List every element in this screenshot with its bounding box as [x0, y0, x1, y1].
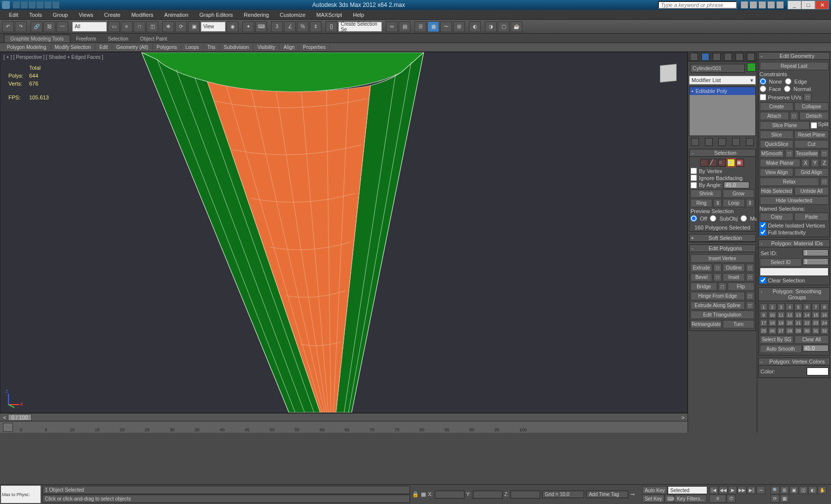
sg-23[interactable]: 23	[812, 319, 820, 326]
extrude-spline-settings-button[interactable]: □	[746, 301, 754, 310]
copy-named-sel-button[interactable]: Copy	[760, 213, 794, 221]
msmooth-settings-button[interactable]: □	[785, 149, 793, 158]
pivot-center-button[interactable]: ◉	[227, 21, 238, 32]
motion-tab-icon[interactable]	[724, 53, 732, 61]
bevel-button[interactable]: Bevel	[691, 273, 712, 281]
rendered-frame-button[interactable]: ▢	[498, 21, 509, 32]
bridge-settings-button[interactable]: □	[718, 282, 727, 291]
perspective-viewport[interactable]: [ + ] [ Perspective ] [ Shaded + Edged F…	[0, 52, 688, 413]
zoom-extents-all-button[interactable]: ◫	[799, 486, 808, 494]
pan-button[interactable]: ✋	[818, 486, 827, 494]
constraint-face-radio[interactable]	[760, 86, 766, 92]
menu-modifiers[interactable]: Modifiers	[126, 11, 158, 19]
sg-29[interactable]: 29	[794, 327, 803, 334]
redo-button[interactable]: ↷	[15, 21, 27, 32]
sg-26[interactable]: 26	[768, 327, 777, 334]
qat-new-icon[interactable]	[13, 1, 20, 8]
maximize-button[interactable]: □	[801, 0, 815, 9]
trackbar-toggle-icon[interactable]	[3, 423, 13, 432]
tab-graphite[interactable]: Graphite Modeling Tools	[4, 35, 70, 43]
z-coord-field[interactable]	[510, 491, 540, 499]
sg-10[interactable]: 10	[768, 311, 777, 319]
qat-undo-icon[interactable]	[37, 1, 44, 8]
select-rotate-button[interactable]: ⟳	[175, 21, 187, 32]
menu-edit[interactable]: Edit	[4, 11, 23, 19]
flip-button[interactable]: Flip	[728, 282, 754, 291]
make-planar-button[interactable]: Make Planar	[760, 159, 800, 167]
unlink-button[interactable]: ⛓	[44, 21, 55, 32]
sg-5[interactable]: 5	[794, 303, 803, 311]
y-coord-field[interactable]	[473, 491, 503, 499]
sg-2[interactable]: 2	[768, 303, 777, 311]
lock-selection-icon[interactable]: 🔒	[412, 491, 419, 498]
sg-13[interactable]: 13	[794, 311, 803, 319]
sg-7[interactable]: 7	[812, 303, 820, 311]
fov-button[interactable]: ◐	[808, 486, 817, 494]
inset-button[interactable]: Inset	[723, 273, 744, 281]
panel-properties[interactable]: Properties	[299, 44, 330, 51]
zoom-all-button[interactable]: ⊞	[780, 486, 789, 494]
loop-button[interactable]: Loop	[723, 199, 744, 207]
infocenter-search[interactable]	[658, 1, 737, 9]
mirror-button[interactable]: ⇔	[386, 21, 398, 32]
make-unique-icon[interactable]	[718, 138, 726, 146]
hinge-settings-button[interactable]: □	[746, 292, 754, 300]
menu-animation[interactable]: Animation	[159, 11, 193, 19]
sg-28[interactable]: 28	[785, 327, 794, 334]
slice-plane-button[interactable]: Slice Plane	[760, 121, 810, 130]
next-frame-button[interactable]: ▶▶	[738, 486, 746, 494]
key-filters-button[interactable]: Key Filters...	[674, 495, 707, 503]
sg-27[interactable]: 27	[777, 327, 785, 334]
stack-editable-poly[interactable]: ▪ Editable Poly	[690, 87, 755, 95]
repeat-last-button[interactable]: Repeat Last	[760, 62, 829, 70]
extrude-button[interactable]: Extrude	[691, 264, 712, 272]
tessellate-settings-button[interactable]: □	[820, 149, 829, 158]
sg-30[interactable]: 30	[803, 327, 811, 334]
track-bar[interactable]: 0510152025303540455055606570758085909510…	[0, 421, 688, 433]
extrude-spline-button[interactable]: Extrude Along Spline	[691, 301, 745, 310]
named-sel-combo[interactable]: Create Selection Se	[338, 22, 382, 32]
sg-3[interactable]: 3	[777, 303, 785, 311]
sg-14[interactable]: 14	[803, 311, 811, 319]
expand-icon[interactable]: ▪	[692, 88, 693, 94]
panel-visibility[interactable]: Visibility	[253, 44, 279, 51]
zoom-button[interactable]: 🔍	[771, 486, 780, 494]
menu-rendering[interactable]: Rendering	[239, 11, 274, 19]
bind-space-warp-button[interactable]: 〰	[56, 21, 68, 32]
graphite-toggle-button[interactable]: ▦	[427, 21, 439, 32]
spinner-snap-button[interactable]: ⇕	[310, 21, 322, 32]
display-tab-icon[interactable]	[736, 53, 743, 61]
curve-editor-button[interactable]: 〜	[440, 21, 452, 32]
layer-manager-button[interactable]: ☰	[415, 21, 426, 32]
planar-x-button[interactable]: X	[801, 159, 810, 167]
panel-polygon-modeling[interactable]: Polygon Modeling	[3, 44, 51, 51]
orbit-button[interactable]: ⟳	[771, 495, 780, 503]
material-name-combo[interactable]	[760, 268, 829, 276]
preview-subobj-radio[interactable]	[710, 215, 716, 222]
sg-12[interactable]: 12	[785, 311, 794, 319]
key-mode-button[interactable]: ⊸	[756, 486, 765, 494]
reset-plane-button[interactable]: Reset Plane	[794, 131, 829, 139]
extrude-settings-button[interactable]: □	[713, 264, 722, 272]
rollout-toggle-icon[interactable]: -	[690, 150, 695, 156]
sg-19[interactable]: 19	[777, 319, 785, 326]
align-button[interactable]: ▤	[399, 21, 411, 32]
rollout-toggle-icon[interactable]: +	[690, 235, 695, 241]
tab-freeform[interactable]: Freeform	[70, 35, 102, 43]
render-setup-button[interactable]: ◑	[485, 21, 497, 32]
keyboard-shortcut-button[interactable]: ⌨	[255, 21, 267, 32]
view-align-button[interactable]: View Align	[760, 168, 794, 177]
preserve-uv-settings-button[interactable]: □	[803, 93, 812, 101]
object-color-swatch[interactable]	[747, 63, 756, 72]
help-icon[interactable]	[777, 1, 784, 8]
set-key-button[interactable]: Set Key	[642, 495, 664, 503]
by-vertex-checkbox[interactable]	[691, 168, 697, 174]
relax-settings-button[interactable]: □	[820, 178, 829, 186]
sg-4[interactable]: 4	[785, 303, 794, 311]
select-id-spinner[interactable]: 3	[803, 258, 829, 265]
maxscript-listener[interactable]: Max to Physc:	[1, 486, 41, 503]
material-editor-button[interactable]: ◐	[469, 21, 481, 32]
element-level-icon[interactable]: ▣	[736, 159, 744, 167]
edit-named-sel-button[interactable]: {}	[325, 21, 337, 32]
set-id-spinner[interactable]: 3	[803, 249, 829, 256]
